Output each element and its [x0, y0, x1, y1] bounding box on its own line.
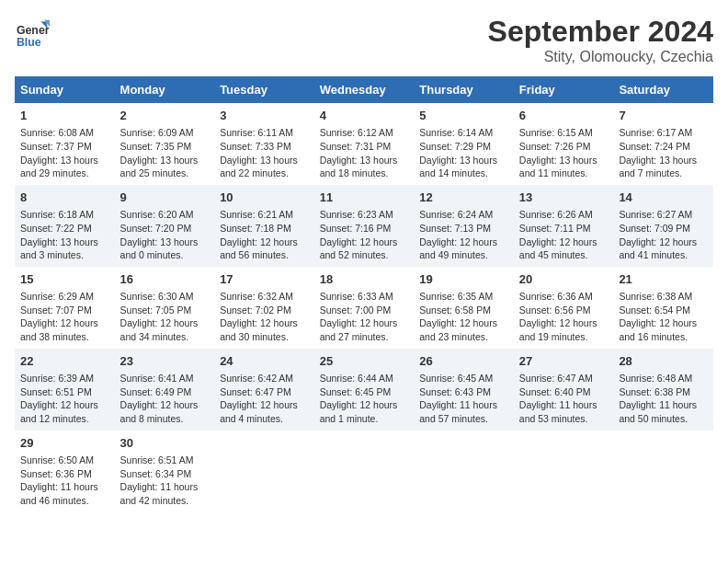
calendar-cell: 1Sunrise: 6:08 AM Sunset: 7:37 PM Daylig…	[15, 103, 115, 185]
day-info: Sunrise: 6:35 AM Sunset: 6:58 PM Dayligh…	[419, 290, 508, 344]
calendar-cell: 29Sunrise: 6:50 AM Sunset: 6:36 PM Dayli…	[15, 431, 115, 512]
day-number: 4	[320, 108, 409, 124]
calendar-cell	[314, 431, 415, 512]
col-saturday: Saturday	[613, 76, 713, 103]
col-tuesday: Tuesday	[214, 76, 314, 103]
day-info: Sunrise: 6:51 AM Sunset: 6:34 PM Dayligh…	[120, 454, 210, 508]
calendar-cell: 3Sunrise: 6:11 AM Sunset: 7:33 PM Daylig…	[214, 103, 314, 185]
col-wednesday: Wednesday	[314, 76, 415, 103]
calendar-cell: 21Sunrise: 6:38 AM Sunset: 6:54 PM Dayli…	[613, 267, 713, 349]
calendar-week-row: 1Sunrise: 6:08 AM Sunset: 7:37 PM Daylig…	[15, 103, 713, 185]
col-monday: Monday	[115, 76, 215, 103]
svg-text:Blue: Blue	[17, 36, 41, 49]
day-info: Sunrise: 6:15 AM Sunset: 7:26 PM Dayligh…	[519, 126, 609, 180]
day-number: 21	[619, 271, 708, 288]
col-sunday: Sunday	[15, 76, 115, 103]
calendar-cell: 4Sunrise: 6:12 AM Sunset: 7:31 PM Daylig…	[314, 103, 415, 185]
day-info: Sunrise: 6:45 AM Sunset: 6:43 PM Dayligh…	[419, 372, 508, 426]
calendar-cell: 19Sunrise: 6:35 AM Sunset: 6:58 PM Dayli…	[414, 267, 514, 349]
day-info: Sunrise: 6:23 AM Sunset: 7:16 PM Dayligh…	[320, 208, 409, 262]
day-number: 13	[519, 190, 609, 206]
calendar-title: September 2024	[488, 15, 713, 49]
day-number: 6	[519, 108, 609, 124]
calendar-cell: 18Sunrise: 6:33 AM Sunset: 7:00 PM Dayli…	[314, 267, 415, 349]
calendar-cell: 27Sunrise: 6:47 AM Sunset: 6:40 PM Dayli…	[514, 349, 614, 431]
title-block: September 2024 Stity, Olomoucky, Czechia	[488, 15, 713, 65]
calendar-cell: 22Sunrise: 6:39 AM Sunset: 6:51 PM Dayli…	[15, 349, 115, 431]
day-number: 19	[419, 271, 508, 288]
calendar-cell: 11Sunrise: 6:23 AM Sunset: 7:16 PM Dayli…	[314, 185, 415, 267]
day-number: 22	[20, 353, 109, 370]
logo: General Blue	[15, 15, 53, 50]
day-number: 17	[220, 271, 309, 288]
calendar-table: Sunday Monday Tuesday Wednesday Thursday…	[15, 76, 713, 512]
day-number: 25	[320, 353, 409, 370]
day-number: 16	[120, 271, 210, 288]
day-number: 9	[120, 190, 210, 206]
day-info: Sunrise: 6:12 AM Sunset: 7:31 PM Dayligh…	[320, 126, 409, 180]
day-info: Sunrise: 6:21 AM Sunset: 7:18 PM Dayligh…	[220, 208, 309, 262]
calendar-cell: 23Sunrise: 6:41 AM Sunset: 6:49 PM Dayli…	[115, 349, 215, 431]
day-number: 14	[619, 190, 708, 206]
day-info: Sunrise: 6:30 AM Sunset: 7:05 PM Dayligh…	[120, 290, 210, 344]
calendar-week-row: 22Sunrise: 6:39 AM Sunset: 6:51 PM Dayli…	[15, 349, 713, 431]
calendar-cell: 16Sunrise: 6:30 AM Sunset: 7:05 PM Dayli…	[115, 267, 215, 349]
day-number: 12	[419, 190, 508, 206]
day-info: Sunrise: 6:32 AM Sunset: 7:02 PM Dayligh…	[220, 290, 309, 344]
day-info: Sunrise: 6:29 AM Sunset: 7:07 PM Dayligh…	[20, 290, 109, 344]
calendar-cell	[514, 431, 614, 512]
day-info: Sunrise: 6:18 AM Sunset: 7:22 PM Dayligh…	[20, 208, 109, 262]
svg-text:General: General	[17, 24, 50, 37]
day-info: Sunrise: 6:08 AM Sunset: 7:37 PM Dayligh…	[20, 126, 109, 180]
calendar-subtitle: Stity, Olomoucky, Czechia	[488, 49, 713, 65]
calendar-week-row: 15Sunrise: 6:29 AM Sunset: 7:07 PM Dayli…	[15, 267, 713, 349]
calendar-cell: 20Sunrise: 6:36 AM Sunset: 6:56 PM Dayli…	[514, 267, 614, 349]
day-info: Sunrise: 6:27 AM Sunset: 7:09 PM Dayligh…	[619, 208, 708, 262]
day-number: 11	[320, 190, 409, 206]
day-number: 28	[619, 353, 708, 370]
calendar-cell: 17Sunrise: 6:32 AM Sunset: 7:02 PM Dayli…	[214, 267, 314, 349]
day-info: Sunrise: 6:36 AM Sunset: 6:56 PM Dayligh…	[519, 290, 609, 344]
day-number: 7	[619, 108, 708, 124]
calendar-cell: 26Sunrise: 6:45 AM Sunset: 6:43 PM Dayli…	[414, 349, 514, 431]
day-info: Sunrise: 6:38 AM Sunset: 6:54 PM Dayligh…	[619, 290, 708, 344]
calendar-cell: 25Sunrise: 6:44 AM Sunset: 6:45 PM Dayli…	[314, 349, 415, 431]
day-info: Sunrise: 6:26 AM Sunset: 7:11 PM Dayligh…	[519, 208, 609, 262]
day-number: 1	[20, 108, 109, 124]
calendar-week-row: 29Sunrise: 6:50 AM Sunset: 6:36 PM Dayli…	[15, 431, 713, 512]
calendar-cell	[414, 431, 514, 512]
day-info: Sunrise: 6:42 AM Sunset: 6:47 PM Dayligh…	[220, 372, 309, 426]
calendar-cell: 24Sunrise: 6:42 AM Sunset: 6:47 PM Dayli…	[214, 349, 314, 431]
day-info: Sunrise: 6:20 AM Sunset: 7:20 PM Dayligh…	[120, 208, 210, 262]
calendar-cell: 7Sunrise: 6:17 AM Sunset: 7:24 PM Daylig…	[613, 103, 713, 185]
calendar-cell: 30Sunrise: 6:51 AM Sunset: 6:34 PM Dayli…	[115, 431, 215, 512]
day-info: Sunrise: 6:44 AM Sunset: 6:45 PM Dayligh…	[320, 372, 409, 426]
day-number: 27	[519, 353, 609, 370]
calendar-header-row: Sunday Monday Tuesday Wednesday Thursday…	[15, 76, 713, 103]
calendar-cell: 8Sunrise: 6:18 AM Sunset: 7:22 PM Daylig…	[15, 185, 115, 267]
day-number: 26	[419, 353, 508, 370]
calendar-cell: 9Sunrise: 6:20 AM Sunset: 7:20 PM Daylig…	[115, 185, 215, 267]
day-info: Sunrise: 6:11 AM Sunset: 7:33 PM Dayligh…	[220, 126, 309, 180]
day-info: Sunrise: 6:17 AM Sunset: 7:24 PM Dayligh…	[619, 126, 708, 180]
day-number: 2	[120, 108, 210, 124]
calendar-cell: 6Sunrise: 6:15 AM Sunset: 7:26 PM Daylig…	[514, 103, 614, 185]
day-info: Sunrise: 6:14 AM Sunset: 7:29 PM Dayligh…	[419, 126, 508, 180]
calendar-cell: 28Sunrise: 6:48 AM Sunset: 6:38 PM Dayli…	[613, 349, 713, 431]
logo-icon: General Blue	[15, 15, 50, 50]
day-info: Sunrise: 6:39 AM Sunset: 6:51 PM Dayligh…	[20, 372, 109, 426]
calendar-cell: 12Sunrise: 6:24 AM Sunset: 7:13 PM Dayli…	[414, 185, 514, 267]
day-info: Sunrise: 6:24 AM Sunset: 7:13 PM Dayligh…	[419, 208, 508, 262]
col-thursday: Thursday	[414, 76, 514, 103]
day-info: Sunrise: 6:09 AM Sunset: 7:35 PM Dayligh…	[120, 126, 210, 180]
calendar-cell	[214, 431, 314, 512]
day-number: 24	[220, 353, 309, 370]
day-number: 20	[519, 271, 609, 288]
day-number: 15	[20, 271, 109, 288]
day-info: Sunrise: 6:33 AM Sunset: 7:00 PM Dayligh…	[320, 290, 409, 344]
calendar-cell: 10Sunrise: 6:21 AM Sunset: 7:18 PM Dayli…	[214, 185, 314, 267]
page-header: General Blue September 2024 Stity, Olomo…	[15, 15, 713, 65]
day-info: Sunrise: 6:41 AM Sunset: 6:49 PM Dayligh…	[120, 372, 210, 426]
day-number: 3	[220, 108, 309, 124]
col-friday: Friday	[514, 76, 614, 103]
